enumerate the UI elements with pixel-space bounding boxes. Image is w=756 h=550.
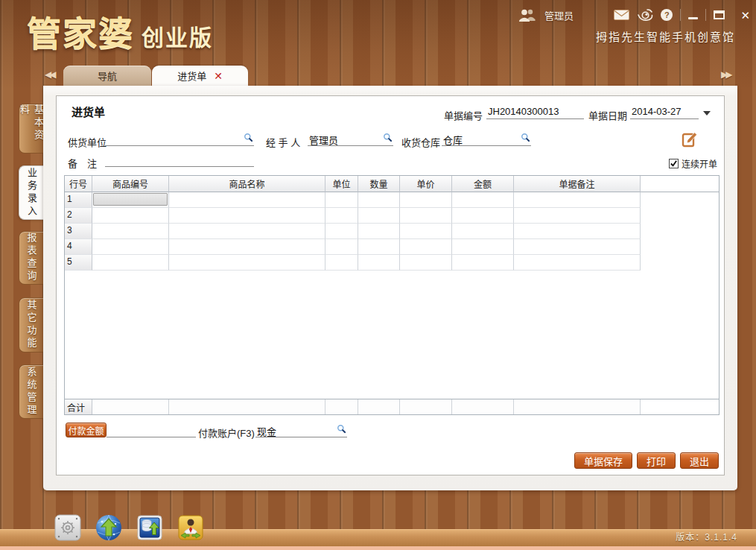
title-bar: 管理员 ? ✕ — [518, 6, 750, 24]
help-icon[interactable]: ? — [661, 9, 673, 21]
lookup-icon[interactable] — [337, 424, 346, 436]
doc-date-value: 2014-03-27 — [632, 106, 682, 117]
column-header[interactable]: 金额 — [452, 176, 514, 192]
total-label: 合计 — [65, 399, 92, 414]
lookup-icon[interactable] — [244, 133, 253, 145]
sidebar-item-other-functions[interactable]: 其它功能 — [19, 297, 43, 353]
cell-unit[interactable] — [325, 255, 358, 271]
mail-icon[interactable] — [614, 10, 629, 20]
edit-icon[interactable] — [681, 130, 699, 151]
tab-purchase-order[interactable]: 进货单 ✕ — [152, 66, 248, 86]
column-header[interactable]: 行号 — [65, 176, 92, 192]
cell-quantity[interactable] — [358, 224, 400, 239]
cell-amount[interactable] — [452, 224, 514, 239]
maximize-button[interactable] — [714, 10, 725, 19]
table-row[interactable]: 2 — [65, 208, 719, 224]
cell-quantity[interactable] — [358, 239, 400, 255]
payment-amount-button[interactable]: 付款金额 — [66, 423, 107, 437]
exit-button[interactable]: 退出 — [680, 452, 719, 469]
cell-remark[interactable] — [514, 255, 641, 271]
column-header[interactable]: 商品编号 — [92, 176, 169, 192]
cell-product-name[interactable] — [169, 255, 325, 271]
cell-amount[interactable] — [452, 255, 514, 271]
cell-unit[interactable] — [325, 239, 358, 255]
save-document-button[interactable]: 单据保存 — [574, 452, 632, 469]
sidebar-item-label: 基本资料 — [17, 104, 45, 153]
cell-unit-price[interactable] — [400, 239, 452, 255]
cell-product-code[interactable] — [92, 192, 169, 208]
cell-product-code[interactable] — [92, 224, 169, 239]
cell-remark[interactable] — [514, 224, 641, 239]
cell-product-code[interactable] — [92, 208, 169, 224]
continuous-billing-checkbox[interactable]: 连续开单 — [669, 157, 717, 170]
cell-remark[interactable] — [514, 208, 641, 224]
data-backup-icon[interactable] — [136, 513, 164, 543]
sidebar-item-business-entry[interactable]: 业务录入 — [19, 165, 44, 220]
checkbox-checked-icon[interactable] — [669, 159, 679, 168]
sidebar-item-system-management[interactable]: 系统管理 — [19, 364, 43, 419]
cell-product-code[interactable] — [92, 239, 169, 255]
cell-product-name[interactable] — [169, 208, 325, 224]
cell-unit[interactable] — [325, 208, 358, 224]
cell-amount[interactable] — [452, 192, 514, 208]
column-header[interactable]: 单价 — [400, 176, 452, 192]
row-number: 4 — [65, 239, 92, 255]
settings-icon[interactable] — [54, 513, 82, 543]
payment-amount-field[interactable] — [107, 423, 196, 437]
cell-unit[interactable] — [325, 192, 358, 208]
table-row[interactable]: 3 — [65, 224, 719, 239]
cell-product-name[interactable] — [169, 192, 325, 208]
cell-quantity[interactable] — [358, 255, 400, 271]
print-button[interactable]: 打印 — [637, 452, 676, 469]
cell-amount[interactable] — [452, 208, 514, 224]
lookup-icon[interactable] — [521, 133, 530, 145]
sidebar-item-label: 系统管理 — [25, 367, 39, 417]
tab-scroll-right-icon[interactable]: ▶▶ — [721, 69, 730, 80]
tab-close-icon[interactable]: ✕ — [214, 71, 223, 81]
tab-navigation[interactable]: 导航 — [63, 66, 151, 86]
close-button[interactable]: ✕ — [740, 10, 750, 21]
sidebar-item-report-query[interactable]: 报表查询 — [19, 231, 43, 285]
tab-scroll-left-icon[interactable]: ◀◀ — [45, 69, 54, 80]
cell-remark[interactable] — [514, 192, 641, 208]
supplier-field[interactable] — [105, 132, 254, 146]
date-dropdown-icon[interactable] — [703, 111, 711, 116]
cell-quantity[interactable] — [358, 192, 400, 208]
remark-field[interactable] — [105, 153, 254, 167]
minimize-button[interactable] — [688, 11, 698, 19]
network-upgrade-icon[interactable] — [95, 513, 123, 543]
column-header[interactable]: 单位 — [325, 176, 358, 192]
cell-quantity[interactable] — [358, 208, 400, 224]
cell-product-code[interactable] — [92, 255, 169, 271]
cell-unit-price[interactable] — [400, 255, 452, 271]
cell-unit[interactable] — [325, 224, 358, 239]
handler-field[interactable]: 管理员 — [308, 132, 393, 146]
column-header[interactable]: 单据备注 — [514, 176, 641, 192]
active-cell[interactable] — [93, 193, 168, 206]
cell-unit-price[interactable] — [400, 208, 452, 224]
column-header[interactable]: 数量 — [358, 176, 400, 192]
table-row[interactable]: 4 — [65, 239, 719, 255]
cell-unit-price[interactable] — [400, 224, 452, 239]
cell-unit-price[interactable] — [400, 192, 452, 208]
table-row[interactable]: 1 — [65, 192, 719, 208]
cell-product-name[interactable] — [169, 239, 325, 255]
items-table: 行号 商品编号 商品名称 单位 数量 单价 金额 单据备注 1 — [64, 175, 720, 415]
total-cell — [400, 399, 452, 414]
lookup-icon[interactable] — [383, 133, 393, 145]
switch-user-icon[interactable] — [177, 513, 205, 543]
table-row[interactable]: 5 — [65, 255, 719, 271]
doc-no-field[interactable]: JH20140300013 — [486, 105, 584, 119]
cell-amount[interactable] — [452, 239, 514, 255]
total-cell — [169, 399, 325, 414]
payment-account-value: 现金 — [257, 426, 276, 437]
payment-account-field[interactable]: 现金 — [255, 423, 347, 437]
warehouse-field[interactable]: 仓库 — [442, 132, 531, 146]
cell-filler — [641, 255, 719, 271]
sidebar-item-basic-data[interactable]: 基本资料 — [19, 104, 43, 154]
column-header[interactable]: 商品名称 — [169, 176, 325, 192]
cell-remark[interactable] — [514, 239, 641, 255]
doc-date-field[interactable]: 2014-03-27 — [630, 105, 699, 119]
weibo-icon[interactable] — [637, 8, 653, 22]
cell-product-name[interactable] — [169, 224, 325, 239]
